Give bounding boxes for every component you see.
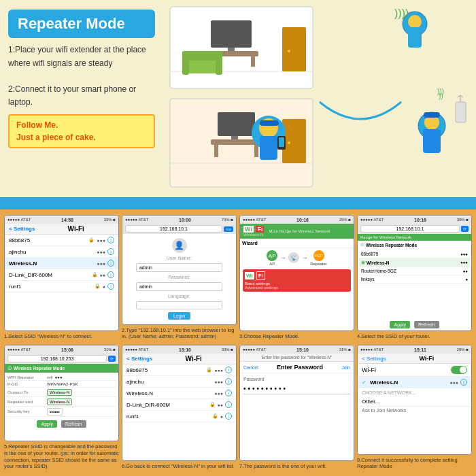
caption-2: 2.Type "192.168.10.1" into the web brows… xyxy=(122,326,237,341)
phone-content-5: 192.168.10.253 ⟳ ⊙ Wireless Repeater Mod… xyxy=(5,354,118,441)
phone-screen-8: ●●●●● AT&T 15:11 29% ■ < Settings Wi-Fi … xyxy=(357,345,472,455)
caption-4: 4.Select the SSID of your router. xyxy=(357,333,472,341)
info-icon[interactable]: i xyxy=(107,283,114,290)
go-button-4[interactable]: ⟳ xyxy=(461,226,469,232)
connect-to-field[interactable]: Wireless-N xyxy=(47,389,72,396)
language-label: Language: xyxy=(168,294,190,299)
mode-icons-row: AP AP → 📡 → REP Repeater xyxy=(240,248,354,268)
back-button-6[interactable]: < Settings xyxy=(126,356,152,362)
browser-header-2: 192.168.10.1 Go xyxy=(122,224,236,234)
title-box: Repeater Mode xyxy=(8,10,155,38)
repeater-fields: WIFI Repeater wifi ●●● P-GD WPA/WPA2-PSK… xyxy=(5,373,118,418)
wifi-title-8: Wi-Fi xyxy=(386,355,467,362)
status-center-5: 15:06 xyxy=(61,347,73,352)
language-field[interactable] xyxy=(136,301,222,309)
ap-mode-icon[interactable]: AP AP xyxy=(267,250,277,266)
apply-button-5[interactable]: Apply xyxy=(37,420,57,428)
list-item[interactable]: D-Link_DIR-600M 🔒 ●● i xyxy=(122,399,236,411)
list-item[interactable]: Wireless-N ●●● i xyxy=(5,258,118,269)
go-button[interactable]: Go xyxy=(224,226,233,232)
info-icon[interactable]: i xyxy=(225,367,232,373)
phone-screen-1: ●●●●● AT&T 14:58 33% ■ < Settings Wi-Fi … xyxy=(4,215,119,331)
list-item[interactable]: ajinchu ●●● i xyxy=(5,246,118,258)
info-icon[interactable]: i xyxy=(225,378,232,385)
action-buttons-5: Apply Refresh xyxy=(5,418,118,430)
list-item[interactable]: Wireless-N ●●● i xyxy=(122,388,236,399)
list-item[interactable]: RouterHome-5GE ●● xyxy=(359,267,470,275)
info-icon[interactable]: i xyxy=(225,413,232,420)
info-icon[interactable]: i xyxy=(107,260,114,267)
join-button[interactable]: Join xyxy=(341,365,350,370)
page-title: Repeater Mode xyxy=(18,15,146,33)
wifi-fi-banner: Wi Fi Basic settings Advanced settings xyxy=(243,269,351,292)
repeater-settings-header: ⊙ Wireless Repeater Mode xyxy=(5,364,118,373)
list-item[interactable]: 88b6875 🔒 ●●● i xyxy=(122,364,236,376)
status-bar-1: ●●●●● AT&T 14:58 33% ■ xyxy=(5,216,118,224)
svg-rect-36 xyxy=(423,129,441,153)
info-icon[interactable]: i xyxy=(225,401,232,408)
list-item[interactable]: 88b6875 ●●● xyxy=(359,250,470,258)
repeater-settings-title: Wireless Repeater Mode xyxy=(14,366,65,371)
status-bar-3: ●●●●● AT&T 10:16 25% ■ xyxy=(240,216,354,224)
screenshot-5: ●●●●● AT&T 15:06 31% ■ 192.168.10.253 ⟳ … xyxy=(4,345,119,471)
status-right-3: 25% ■ xyxy=(339,218,351,222)
browser-url-5[interactable]: 192.168.10.253 xyxy=(7,355,107,362)
refresh-button[interactable]: Refresh xyxy=(414,321,439,328)
connected-network-item[interactable]: ✓ Wireless-N ●●● i xyxy=(358,377,471,388)
info-icon[interactable]: i xyxy=(107,248,114,255)
password-dots-display[interactable]: •••••••••• xyxy=(243,384,350,394)
status-right-1: 33% ■ xyxy=(104,218,116,222)
screenshot-3: ●●●●● AT&T 10:16 25% ■ Wi Fi Wireless-N xyxy=(239,215,354,341)
svg-rect-3 xyxy=(211,20,252,48)
screenshot-7: ●●●●● AT&T 15:10 31% ■ Enter the passwor… xyxy=(239,345,354,471)
username-label: User Name: xyxy=(167,256,192,260)
network-name-label: Enter the password for "Wireless-N" xyxy=(243,355,351,360)
list-item[interactable]: ◉ Wireless-N ●●● xyxy=(359,258,470,267)
wifi-on-label: Wi-Fi xyxy=(362,367,451,373)
info-icon[interactable]: i xyxy=(225,390,232,396)
status-right-4: 39% ■ xyxy=(457,218,469,222)
list-item[interactable]: runf1 🔒 ● i xyxy=(122,411,236,422)
svg-rect-7 xyxy=(251,56,255,67)
security-key-field[interactable]: •••••• xyxy=(47,408,63,415)
status-left-4: ●●●●● AT&T xyxy=(360,218,384,222)
list-item[interactable]: D-Link_DIR-600M 🔒 ●● i xyxy=(5,269,118,281)
field-row: Security key •••••• xyxy=(6,407,117,417)
list-item[interactable]: 88b6875 🔒 ●●● i xyxy=(5,235,118,246)
login-button[interactable]: Login xyxy=(168,312,190,320)
svg-rect-25 xyxy=(282,119,306,163)
status-right-2: 70% ■ xyxy=(222,218,233,222)
repeater-mode-icon[interactable]: REP Repeater xyxy=(310,250,327,266)
back-button-1[interactable]: < Settings xyxy=(9,226,35,232)
caption-1: 1.Select SSID "Wireless-N" to connect. xyxy=(4,333,119,341)
login-form: 👤 User Name: admin Password: admin Langu… xyxy=(122,234,236,324)
status-right-5: 31% ■ xyxy=(104,347,116,352)
status-center-7: 15:10 xyxy=(296,347,309,352)
refresh-button-5[interactable]: Refresh xyxy=(61,420,86,428)
list-item[interactable]: runf1 🔒 ● i xyxy=(5,281,118,292)
repeater-ssid-field[interactable]: Wireless-N xyxy=(47,398,72,405)
wifi-toggle[interactable] xyxy=(451,366,467,374)
phone-screen-4: ●●●●● AT&T 10:16 39% ■ 192.168.10.1 ⟳ Ra… xyxy=(357,215,472,331)
info-icon[interactable]: i xyxy=(460,379,467,386)
info-icon[interactable]: i xyxy=(107,237,114,243)
other-option[interactable]: Other... xyxy=(358,397,471,407)
status-center-3: 10:16 xyxy=(296,218,309,222)
svg-rect-4 xyxy=(228,48,235,51)
wifi-header-1: < Settings Wi-Fi xyxy=(5,224,118,235)
list-item[interactable]: linksys ● xyxy=(359,275,470,284)
go-button-5[interactable]: ⟳ xyxy=(108,356,116,362)
browser-url[interactable]: 192.168.10.1 xyxy=(125,225,222,233)
cancel-button[interactable]: Cancel xyxy=(243,365,258,370)
info-icon[interactable]: i xyxy=(107,271,114,278)
caption-7: 7.The password is the one of your wifi. xyxy=(239,462,354,471)
username-field[interactable]: admin xyxy=(136,263,222,272)
list-item[interactable]: ajinchu ●●● i xyxy=(122,376,236,388)
back-button-8[interactable]: < Settings xyxy=(362,356,386,362)
arrow-icon-2: → xyxy=(302,255,307,261)
field-row: P-GD WPA/WPA2-PSK xyxy=(6,381,117,388)
password-field[interactable]: admin xyxy=(136,282,222,291)
status-right-6: 33% ■ xyxy=(222,347,233,352)
browser-url-4[interactable]: 192.168.10.1 xyxy=(360,225,460,233)
apply-button[interactable]: Apply xyxy=(390,321,410,328)
